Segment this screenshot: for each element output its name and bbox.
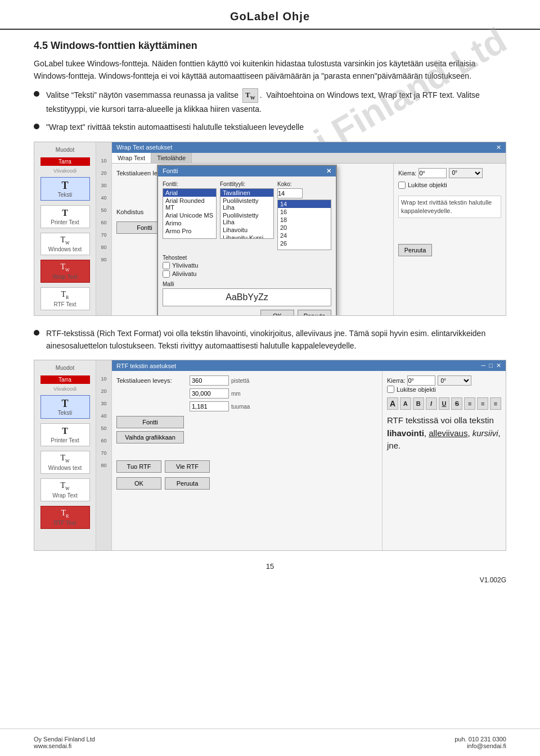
rtf-kierra-select[interactable]: 0°	[438, 375, 471, 386]
rtf-cancel-button[interactable]: Peruuta	[165, 477, 210, 490]
rtf-width-unit: pistettä	[231, 378, 249, 384]
btn-align-center[interactable]: ≡	[477, 397, 488, 410]
dialog-close-btn[interactable]: ✕	[496, 144, 501, 151]
aliviivatu-checkbox[interactable]	[163, 270, 170, 278]
rtf-windows-text[interactable]: TW Windows text	[40, 451, 90, 474]
rtf-rtf-text[interactable]: TR RTF Text	[40, 506, 90, 529]
rtf-lukitse-checkbox[interactable]	[387, 386, 394, 393]
footer-right: puh. 010 231 0300 info@sendai.fi	[454, 736, 506, 749]
style-puoli1[interactable]: Puolilivistetty Liha	[220, 197, 273, 211]
tab-tietolahde[interactable]: Tietolähde	[151, 153, 192, 163]
style-puoli2[interactable]: Puolilivistetty Liha	[220, 211, 273, 226]
style-lihavoitu[interactable]: Lihavoitu	[220, 226, 273, 234]
btn-bold[interactable]: B	[413, 397, 424, 410]
rtf-max-btn[interactable]: □	[489, 362, 493, 369]
size-26[interactable]: 26	[278, 239, 331, 247]
rtf-text-label: RTF Text	[42, 301, 88, 307]
sidebar-panel: Muodot Tarra Viivakoodi T Teksti T Print…	[34, 142, 96, 316]
size-20[interactable]: 20	[278, 224, 331, 232]
size-14[interactable]: 14	[278, 200, 331, 208]
rtf-font-button[interactable]: Fontti	[116, 416, 184, 428]
page-number-area: 15	[0, 562, 540, 571]
effect-aliviivatu: Aliviivatu	[163, 270, 331, 278]
font-size-listbox[interactable]: 14 16 18 20 24 26	[277, 200, 331, 250]
email: info@sendai.fi	[454, 743, 506, 749]
btn-A-large[interactable]: A	[387, 397, 398, 410]
rtf-kierra-label: Kierra:	[387, 377, 405, 384]
rtf-mm-input[interactable]	[190, 388, 229, 399]
kierra-row: Kierra: 0°	[398, 168, 501, 178]
windows-text-label: Windows text	[42, 246, 88, 252]
size-16[interactable]: 16	[278, 208, 331, 216]
rtf-vaihda-button[interactable]: Vaihda grafiikkaan	[116, 431, 184, 443]
font-size-label: Koko:	[277, 181, 331, 187]
font-dialog-body: Fontti: Arial Arial Rounded MT Arial Uni…	[158, 176, 336, 316]
page-number: 15	[266, 562, 274, 571]
size-24[interactable]: 24	[278, 232, 331, 239]
rtf-kierra-input[interactable]	[407, 375, 435, 386]
font-arial[interactable]: Arial	[163, 189, 216, 197]
sidebar-printer-text[interactable]: T Printer Text	[40, 205, 90, 228]
size-18[interactable]: 18	[278, 216, 331, 224]
kierra-select[interactable]: 0°	[449, 168, 483, 178]
lukitse-checkbox[interactable]	[398, 182, 406, 189]
rtf-sidebar-teksti[interactable]: T Teksti	[40, 395, 90, 419]
vie-rtf-button[interactable]: Vie RTF	[165, 460, 210, 473]
font-sample-text: AaBbYyZz	[226, 292, 268, 302]
style-tavallinen[interactable]: Tavallinen	[220, 189, 273, 197]
font-dialog: Fontti ✕ Fontti: Arial Arial Rounded MT …	[157, 165, 337, 316]
rtf-printer-label: Printer Text	[42, 437, 88, 443]
font-dialog-close[interactable]: ✕	[326, 168, 331, 175]
btn-align-left[interactable]: ≡	[464, 397, 475, 410]
style-kursi[interactable]: Lihavoitu Kursi	[220, 234, 273, 239]
btn-italic[interactable]: I	[426, 397, 437, 410]
yliviivattu-checkbox[interactable]	[163, 262, 170, 269]
btn-underline[interactable]: U	[439, 397, 450, 410]
kierra-input[interactable]	[418, 168, 447, 178]
font-cancel-button[interactable]: Peruuta	[298, 310, 331, 316]
sidebar-rtf-text[interactable]: TR RTF Text	[40, 287, 90, 310]
font-ok-button[interactable]: OK	[260, 310, 294, 316]
lukitse-label: Lukitse objekti	[408, 182, 447, 188]
rtf-inch-input[interactable]	[190, 401, 229, 411]
rtf-bottom-buttons: Tuo RTF Vie RTF	[116, 460, 377, 473]
main-content: 4.5 Windows-fonttien käyttäminen GoLabel…	[0, 40, 540, 551]
tab-wrap-text[interactable]: Wrap Text	[112, 153, 151, 163]
rtf-wrap-text[interactable]: TW Wrap Text	[40, 478, 90, 501]
rtf-lukitse-row: Lukitse objekti	[387, 386, 501, 393]
dialog-titlebar: Wrap Text asetukset ✕	[112, 142, 506, 153]
rtf-sidebar-tarra: Tarra	[40, 375, 90, 384]
version-area: V1.002G	[0, 576, 540, 584]
font-name-listbox[interactable]: Arial Arial Rounded MT Arial Unicode MS …	[163, 188, 217, 239]
font-armo-pro[interactable]: Armo Pro	[163, 227, 216, 235]
rtf-x-btn[interactable]: ✕	[496, 362, 501, 369]
font-size-input[interactable]	[277, 188, 303, 198]
sidebar-header: Muodot	[56, 147, 74, 153]
rtf-width-row: Tekstialueen leveys: pistettä	[116, 375, 377, 386]
rtf-rtf-label: RTF Text	[42, 520, 88, 526]
btn-align-right[interactable]: ≡	[490, 397, 501, 410]
rtf-ruler: 10 20 30 40 50 60 70 80	[96, 360, 112, 551]
rtf-ok-button[interactable]: OK	[116, 477, 161, 490]
rtf-ok-cancel-row: OK Peruuta	[116, 477, 377, 490]
rtf-width-label: Tekstialueen leveys:	[116, 377, 190, 384]
btn-A-small[interactable]: A	[400, 397, 411, 410]
bullet1-text: Valitse “Teksti” näytön vasemmassa reuna…	[46, 88, 506, 115]
btn-strikethrough[interactable]: S	[451, 397, 462, 410]
font-arimo[interactable]: Arimo	[163, 219, 216, 227]
cancel-button[interactable]: Peruuta	[398, 244, 432, 256]
tuo-rtf-button[interactable]: Tuo RTF	[116, 460, 161, 473]
rtf-width-input[interactable]	[190, 375, 229, 386]
font-arial-rounded[interactable]: Arial Rounded MT	[163, 197, 216, 211]
yliviivattu-label: Yliviivattu	[172, 262, 198, 269]
rtf-windows-t: TW	[60, 454, 69, 462]
sidebar-teksti-item[interactable]: T Teksti	[40, 177, 90, 201]
rtf-min-btn[interactable]: ─	[482, 362, 486, 369]
font-arial-unicode[interactable]: Arial Unicode MS	[163, 211, 216, 219]
rtf-printer-text[interactable]: T Printer Text	[40, 423, 90, 446]
rtf-t: TR	[61, 290, 69, 298]
printer-t: T	[62, 208, 68, 218]
sidebar-windows-text[interactable]: TW Windows text	[40, 233, 90, 256]
sidebar-wrap-text[interactable]: TW Wrap Text	[40, 260, 90, 283]
font-style-listbox[interactable]: Tavallinen Puolilivistetty Liha Puoliliv…	[220, 188, 274, 239]
